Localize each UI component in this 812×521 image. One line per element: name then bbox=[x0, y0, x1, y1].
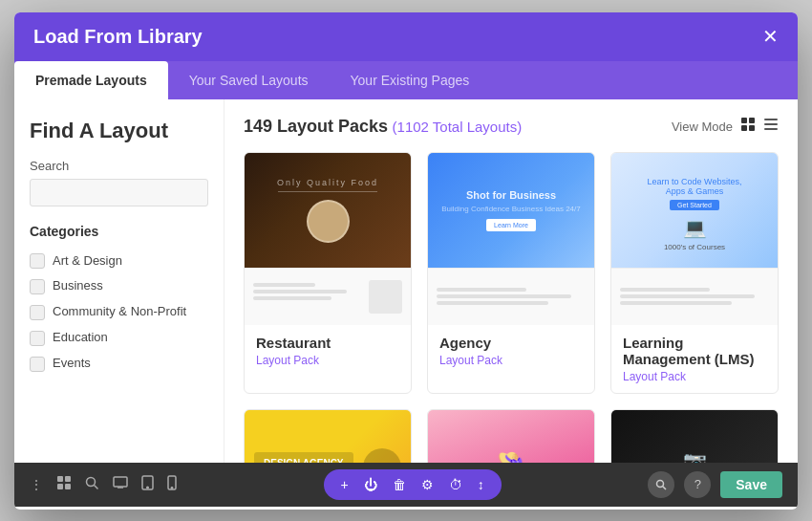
category-education[interactable]: Education bbox=[30, 325, 208, 351]
category-checkbox-business bbox=[30, 279, 45, 294]
power-icon[interactable]: ⏻ bbox=[364, 477, 377, 492]
card-info-agency: Agency Layout Pack bbox=[428, 325, 594, 377]
gear-icon[interactable]: ⚙ bbox=[421, 477, 434, 492]
card-mini-restaurant bbox=[245, 268, 411, 325]
svg-rect-5 bbox=[764, 123, 778, 125]
svg-rect-0 bbox=[741, 118, 747, 123]
layout-card-fashion[interactable]: 👒 HIGH FASHION High Fashion Layout Pack bbox=[427, 409, 595, 463]
view-mode-label: View Mode bbox=[672, 119, 733, 134]
content-header: 149 Layout Packs (1102 Total Layouts) Vi… bbox=[244, 117, 779, 137]
svg-rect-10 bbox=[65, 484, 71, 489]
total-layouts: (1102 Total Layouts) bbox=[393, 119, 523, 135]
tab-existing[interactable]: Your Existing Pages bbox=[330, 61, 491, 99]
tab-saved[interactable]: Your Saved Layouts bbox=[168, 61, 330, 99]
find-layout-heading: Find A Layout bbox=[30, 119, 208, 143]
mobile-icon[interactable] bbox=[167, 475, 177, 493]
card-info-lms: Learning Management (LMS) Layout Pack bbox=[611, 325, 778, 393]
desktop-icon[interactable] bbox=[113, 475, 128, 493]
tab-premade[interactable]: Premade Layouts bbox=[14, 61, 168, 99]
layout-arrange-icon[interactable]: ↕ bbox=[478, 477, 484, 492]
card-image-restaurant: Only Quality Food bbox=[245, 153, 411, 268]
bottom-toolbar: ⋮ + ⏻ 🗑 ⚙ ⏱ ↕ bbox=[14, 463, 798, 507]
toolbar-center: + ⏻ 🗑 ⚙ ⏱ ↕ bbox=[324, 469, 502, 500]
category-checkbox-events bbox=[30, 357, 45, 372]
card-image-design: DESIGN AGENCY Creative Solutions bbox=[245, 410, 411, 463]
close-button[interactable]: ✕ bbox=[762, 27, 779, 46]
search-toolbar-icon[interactable] bbox=[85, 476, 99, 493]
svg-rect-13 bbox=[114, 477, 127, 487]
svg-rect-6 bbox=[764, 128, 778, 130]
layout-card-lms[interactable]: Learn to Code Websites,Apps & Games Get … bbox=[610, 152, 779, 394]
modal-title: Load From Library bbox=[33, 26, 203, 48]
categories-heading: Categories bbox=[30, 224, 208, 239]
card-type-lms: Layout Pack bbox=[623, 370, 766, 383]
sidebar: Find A Layout Search Categories Art & De… bbox=[14, 99, 224, 463]
search-input[interactable] bbox=[30, 179, 208, 206]
category-label-community: Community & Non-Profit bbox=[53, 304, 186, 320]
svg-point-11 bbox=[87, 477, 96, 486]
modules-icon[interactable] bbox=[56, 475, 72, 493]
layout-card-dark[interactable]: 📷 PHOTOGRAPHY Photography Layout Pack bbox=[610, 409, 779, 463]
svg-point-19 bbox=[171, 488, 172, 488]
category-checkbox-education bbox=[30, 331, 45, 346]
card-image-lms: Learn to Code Websites,Apps & Games Get … bbox=[611, 153, 778, 268]
card-type-agency: Layout Pack bbox=[439, 354, 583, 367]
layout-packs-count: 149 Layout Packs bbox=[244, 117, 388, 136]
save-button[interactable]: Save bbox=[720, 471, 782, 498]
svg-point-17 bbox=[147, 487, 149, 488]
layout-card-design[interactable]: DESIGN AGENCY Creative Solutions Design … bbox=[244, 409, 412, 463]
svg-rect-7 bbox=[57, 476, 63, 482]
svg-point-20 bbox=[657, 480, 664, 487]
card-image-agency: Shot for Business Building Confidence Bu… bbox=[428, 153, 594, 268]
tabs-bar: Premade Layouts Your Saved Layouts Your … bbox=[14, 61, 798, 99]
category-label-business: Business bbox=[53, 278, 103, 294]
svg-rect-8 bbox=[65, 476, 71, 482]
add-icon[interactable]: + bbox=[341, 477, 349, 492]
svg-line-12 bbox=[95, 485, 98, 488]
history-icon[interactable]: ⏱ bbox=[449, 477, 462, 492]
layout-grid: Only Quality Food bbox=[244, 152, 779, 463]
category-label-education: Education bbox=[53, 330, 108, 346]
svg-rect-9 bbox=[57, 484, 63, 489]
card-mini-lms bbox=[611, 268, 778, 325]
category-label-events: Events bbox=[53, 356, 91, 372]
category-business[interactable]: Business bbox=[30, 273, 208, 299]
list-view-icon[interactable] bbox=[763, 117, 779, 136]
modal-body: Find A Layout Search Categories Art & De… bbox=[14, 99, 798, 463]
card-info-restaurant: Restaurant Layout Pack bbox=[245, 325, 411, 377]
toolbar-left: ⋮ bbox=[30, 475, 177, 493]
category-label-art: Art & Design bbox=[53, 253, 122, 270]
svg-rect-2 bbox=[741, 125, 747, 131]
card-name-restaurant: Restaurant bbox=[256, 335, 399, 351]
card-name-agency: Agency bbox=[439, 335, 583, 351]
svg-rect-3 bbox=[749, 125, 755, 131]
card-name-lms: Learning Management (LMS) bbox=[623, 335, 766, 367]
search-circle-button[interactable] bbox=[648, 471, 674, 498]
category-checkbox-art bbox=[30, 253, 45, 269]
card-image-fashion: 👒 HIGH FASHION bbox=[428, 410, 594, 463]
trash-icon[interactable]: 🗑 bbox=[393, 477, 406, 492]
layout-card-restaurant[interactable]: Only Quality Food bbox=[244, 152, 412, 394]
help-circle-button[interactable]: ? bbox=[684, 471, 711, 498]
tablet-icon[interactable] bbox=[141, 475, 154, 493]
hamburger-icon[interactable]: ⋮ bbox=[30, 477, 43, 492]
view-mode-controls: View Mode bbox=[672, 117, 779, 136]
svg-rect-4 bbox=[764, 119, 778, 120]
svg-line-21 bbox=[663, 486, 667, 489]
modal-header: Load From Library ✕ bbox=[14, 12, 798, 61]
search-label: Search bbox=[30, 159, 208, 173]
toolbar-right: ? Save bbox=[648, 471, 782, 498]
category-community[interactable]: Community & Non-Profit bbox=[30, 299, 208, 325]
main-content: 149 Layout Packs (1102 Total Layouts) Vi… bbox=[224, 99, 798, 463]
layout-card-agency[interactable]: Shot for Business Building Confidence Bu… bbox=[427, 152, 595, 394]
svg-rect-1 bbox=[749, 118, 755, 123]
layout-count: 149 Layout Packs (1102 Total Layouts) bbox=[244, 117, 522, 137]
card-mini-agency bbox=[428, 268, 594, 325]
category-checkbox-community bbox=[30, 305, 45, 320]
card-type-restaurant: Layout Pack bbox=[256, 354, 399, 367]
category-art[interactable]: Art & Design bbox=[30, 249, 208, 274]
card-image-dark: 📷 PHOTOGRAPHY bbox=[611, 410, 778, 463]
category-events[interactable]: Events bbox=[30, 351, 208, 377]
modal: Load From Library ✕ Premade Layouts Your… bbox=[14, 12, 798, 510]
grid-view-icon[interactable] bbox=[740, 117, 756, 136]
